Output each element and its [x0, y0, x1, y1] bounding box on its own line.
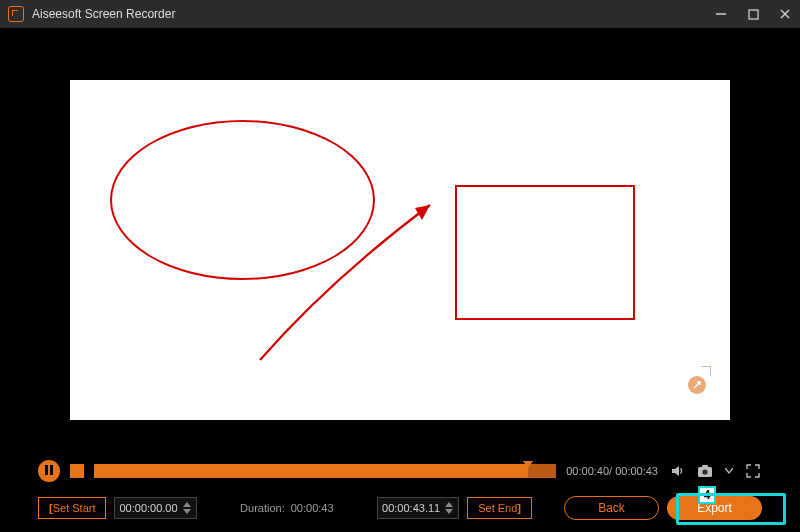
duration-label: Duration:	[240, 502, 285, 514]
back-button[interactable]: Back	[564, 496, 659, 520]
close-icon[interactable]	[778, 7, 792, 21]
annotation-rectangle	[455, 185, 635, 320]
start-time-spinner	[182, 502, 192, 515]
stop-button[interactable]	[70, 464, 84, 478]
svg-marker-4	[415, 205, 430, 220]
total-time: 00:00:43	[615, 465, 658, 477]
duration-group: Duration: 00:00:43	[205, 502, 369, 514]
trim-bar: Set Start 00:00:00.00 Duration: 00:00:43…	[20, 486, 780, 532]
camera-icon[interactable]	[696, 462, 714, 480]
preview-canvas	[70, 80, 730, 420]
expand-badge-icon[interactable]	[688, 376, 706, 394]
titlebar: Aiseesoft Screen Recorder	[0, 0, 800, 28]
app-window: Aiseesoft Screen Recorder	[0, 0, 800, 532]
minimize-icon[interactable]	[714, 7, 728, 21]
timeline-fill	[94, 464, 528, 478]
svg-point-7	[702, 469, 707, 474]
start-time-value: 00:00:00.00	[119, 502, 177, 514]
video-preview[interactable]	[20, 48, 780, 452]
volume-icon[interactable]	[668, 462, 686, 480]
app-logo-icon	[8, 6, 24, 22]
set-start-label: Set Start	[53, 502, 96, 514]
titlebar-left: Aiseesoft Screen Recorder	[8, 6, 175, 22]
duration-value: 00:00:43	[291, 502, 334, 514]
end-time-spinner	[444, 502, 454, 515]
current-time: 00:00:40	[566, 465, 609, 477]
svg-rect-1	[749, 10, 758, 19]
pause-button[interactable]	[38, 460, 60, 482]
playback-bar: 00:00:40/ 00:00:43	[20, 452, 780, 486]
annotation-ellipse	[110, 120, 375, 280]
timeline-scrubber[interactable]	[94, 464, 556, 478]
timeline-handle-icon[interactable]	[523, 461, 533, 468]
app-title: Aiseesoft Screen Recorder	[32, 7, 175, 21]
back-label: Back	[598, 501, 625, 515]
time-display: 00:00:40/ 00:00:43	[566, 465, 658, 477]
set-end-button[interactable]: Set End	[467, 497, 532, 519]
camera-dropdown-icon[interactable]	[724, 462, 734, 480]
resize-corner-icon	[701, 366, 711, 376]
end-time-field[interactable]: 00:00:43.11	[377, 497, 459, 519]
end-time-value: 00:00:43.11	[382, 502, 440, 514]
set-end-label: Set End	[478, 502, 517, 514]
spin-up-icon[interactable]	[444, 502, 454, 508]
step-callout-4: 4	[698, 486, 716, 504]
window-controls	[714, 7, 792, 21]
start-time-field[interactable]: 00:00:00.00	[114, 497, 196, 519]
spin-down-icon[interactable]	[182, 509, 192, 515]
set-start-button[interactable]: Set Start	[38, 497, 106, 519]
maximize-icon[interactable]	[746, 7, 760, 21]
spin-down-icon[interactable]	[444, 509, 454, 515]
svg-rect-6	[702, 465, 708, 468]
fullscreen-icon[interactable]	[744, 462, 762, 480]
pause-icon	[44, 464, 54, 478]
content-area: 00:00:40/ 00:00:43 Set	[0, 28, 800, 532]
playback-right-controls	[668, 462, 762, 480]
spin-up-icon[interactable]	[182, 502, 192, 508]
